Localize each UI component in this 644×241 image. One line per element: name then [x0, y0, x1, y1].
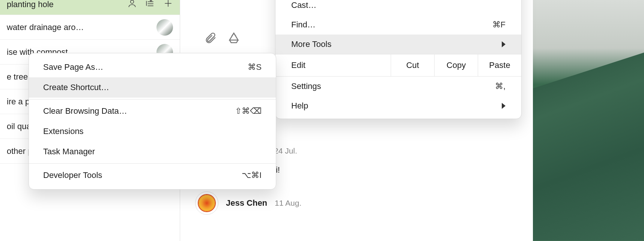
message-date: 11 Aug. [275, 199, 301, 208]
menu-item-task-manager[interactable]: Task Manager [29, 142, 276, 162]
browser-main-menu: Print… ⌘P Cast… Find… ⌘F More Tools Edit… [275, 0, 522, 119]
message-date: 24 Jul. [274, 146, 297, 155]
more-tools-submenu: Save Page As… ⌘S Create Shortcut… Clear … [29, 53, 276, 190]
shortcut-text: ⌘F [492, 20, 506, 30]
shortcut-text: ⌘S [248, 62, 262, 72]
desktop-wallpaper [528, 0, 644, 241]
menu-item-clear-browsing[interactable]: Clear Browsing Data… ⇧⌘⌫ [29, 101, 276, 121]
svg-point-0 [131, 0, 134, 3]
task-row[interactable]: planting hole [0, 0, 180, 15]
chevron-right-icon [502, 103, 506, 109]
menu-item-save-page[interactable]: Save Page As… ⌘S [29, 57, 276, 77]
copy-button[interactable]: Copy [434, 54, 478, 76]
menu-item-create-shortcut[interactable]: Create Shortcut… [29, 77, 276, 98]
menu-item-extensions[interactable]: Extensions [29, 121, 276, 142]
attachment-icon[interactable] [204, 32, 217, 46]
subtask-icon[interactable] [145, 0, 155, 11]
task-text: water drainage aro… [7, 23, 153, 32]
chevron-right-icon [502, 41, 506, 47]
menu-divider [29, 163, 276, 164]
menu-item-settings[interactable]: Settings ⌘, [275, 77, 521, 96]
assignee-icon[interactable] [127, 0, 137, 11]
task-text: planting hole [7, 0, 127, 9]
compose-toolbar [195, 23, 274, 53]
shortcut-text: ⇧⌘⌫ [235, 106, 262, 116]
paste-button[interactable]: Paste [478, 54, 521, 76]
menu-item-help[interactable]: Help [275, 96, 521, 116]
avatar [156, 19, 173, 36]
message-author: Jess Chen [226, 198, 267, 208]
shortcut-text: ⌥⌘I [242, 170, 262, 180]
menu-item-cast[interactable]: Cast… [275, 0, 521, 15]
menu-divider [29, 99, 276, 99]
shortcut-text: ⌘, [495, 81, 506, 91]
task-row[interactable]: water drainage aro… [0, 15, 180, 40]
add-icon[interactable] [163, 0, 173, 11]
avatar [195, 191, 218, 215]
menu-edit-row: Edit Cut Copy Paste [275, 54, 521, 77]
cut-button[interactable]: Cut [391, 54, 434, 76]
menu-item-more-tools[interactable]: More Tools [275, 35, 521, 54]
message-header: Jess Chen 11 Aug. [195, 191, 301, 215]
menu-item-developer-tools[interactable]: Developer Tools ⌥⌘I [29, 165, 276, 185]
menu-item-find[interactable]: Find… ⌘F [275, 15, 521, 35]
drive-icon[interactable] [227, 32, 240, 46]
edit-label: Edit [275, 54, 391, 76]
